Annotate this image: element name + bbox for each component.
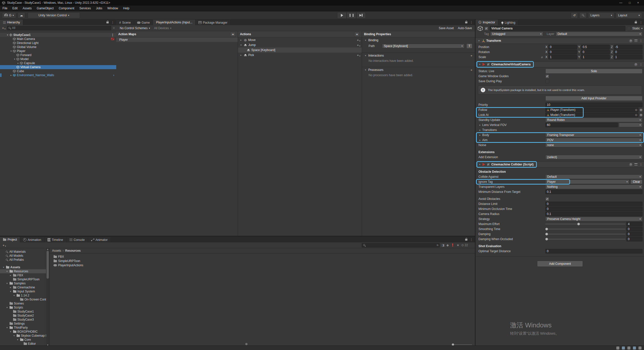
menu-assets[interactable]: Assets xyxy=(20,6,34,11)
favorites-star-icon[interactable]: ★ xyxy=(457,243,459,247)
account-button[interactable]: G ▾ xyxy=(2,12,16,18)
expand-arrow[interactable]: ▾ xyxy=(6,270,9,273)
kebab-menu-icon[interactable]: ⋮ xyxy=(111,33,116,37)
expand-arrow[interactable]: ▾ xyxy=(16,338,19,341)
aim-dropdown[interactable]: POV▾ xyxy=(545,138,642,142)
lock-icon[interactable] xyxy=(635,22,637,23)
action-pick[interactable]: ▸ Pick ＋▾ xyxy=(238,53,362,58)
tab-animation[interactable]: Animation xyxy=(20,237,44,242)
breadcrumb-resources[interactable]: Resources xyxy=(65,249,80,252)
object-picker-icon[interactable]: ⊙ xyxy=(635,113,637,117)
expand-arrow[interactable]: ▾ xyxy=(9,290,12,293)
gameobject-name-field[interactable]: Virtual Camera xyxy=(490,26,625,31)
tray-icon-4[interactable] xyxy=(633,346,636,349)
file-simpleurptoon[interactable]: SimpleURPToon xyxy=(50,259,475,263)
hierarchy-item-virtual-camera[interactable]: Virtual Camera xyxy=(0,65,116,69)
help-icon[interactable]: ? xyxy=(629,39,632,42)
breadcrumb-assets[interactable]: Assets xyxy=(52,249,61,252)
expand-arrow[interactable]: ▾ xyxy=(478,163,481,166)
min-distance-field[interactable]: 0.1 xyxy=(545,190,642,194)
search-button[interactable] xyxy=(579,12,587,18)
min-occlusion-field[interactable]: 0 xyxy=(545,207,642,211)
path-dropdown[interactable]: Space [Keyboard]▾ xyxy=(382,44,464,48)
transitions-row[interactable]: ▸Transitions xyxy=(475,128,644,132)
kebab-menu-icon[interactable]: ⋮ xyxy=(639,63,642,66)
tree-item-settings[interactable]: Settings xyxy=(0,322,49,326)
auto-save-toggle[interactable]: Auto-Save xyxy=(458,26,472,30)
tab-project[interactable]: Project xyxy=(0,237,20,242)
tree-item-samples[interactable]: ▾Samples xyxy=(0,281,49,285)
favorite-all-models[interactable]: All Models xyxy=(0,254,49,258)
ignore-tag-dropdown[interactable]: Player▾ xyxy=(545,180,629,184)
presets-icon[interactable] xyxy=(634,40,637,42)
help-icon[interactable]: ? xyxy=(634,63,637,66)
tab-animator[interactable]: Animator xyxy=(88,237,111,242)
gear-icon[interactable]: ⚙ xyxy=(639,108,642,112)
presets-icon[interactable] xyxy=(634,163,637,165)
tab-scene[interactable]: # Scene xyxy=(116,20,134,25)
rotation-z-field[interactable]: 0 xyxy=(614,50,642,54)
component-enabled-checkbox[interactable]: ✓ xyxy=(487,63,490,66)
position-x-field[interactable]: 0 xyxy=(548,45,577,49)
processors-section-header[interactable]: ▾ Processors ＋ xyxy=(362,67,475,73)
horizontal-scroll-knob[interactable] xyxy=(245,343,248,345)
search-by-label-icon[interactable]: ◆ xyxy=(447,243,449,247)
tree-item-fbx[interactable]: ▸FBX xyxy=(0,273,49,277)
create-button[interactable]: ＋▾ xyxy=(2,26,6,30)
minimize-button[interactable]: — xyxy=(619,1,622,5)
rotation-x-field[interactable]: 0 xyxy=(548,50,577,54)
tree-item-input-system[interactable]: ▾Input System xyxy=(0,289,49,293)
expand-arrow[interactable]: ▾ xyxy=(13,58,16,60)
tab-hierarchy[interactable]: Hierarchy xyxy=(0,20,23,25)
lock-icon[interactable] xyxy=(106,22,109,23)
hierarchy-item-directional-light[interactable]: Directional Light xyxy=(0,41,116,45)
add-binding-button[interactable]: ＋▾ xyxy=(356,38,360,42)
help-icon[interactable]: ? xyxy=(629,163,632,166)
tab-inspector[interactable]: ⓘ Inspector xyxy=(475,20,498,25)
add-interaction-button[interactable]: ＋ xyxy=(470,54,473,58)
lens-fov-field[interactable]: 60 xyxy=(545,123,618,127)
tray-icon-3[interactable] xyxy=(627,346,630,349)
tab-game[interactable]: Game xyxy=(134,20,153,25)
tree-scrollbar[interactable]: ▲▼ xyxy=(46,248,49,346)
tab-lighting[interactable]: Lighting xyxy=(498,20,518,25)
add-action-map-button[interactable]: ＋ xyxy=(230,32,236,37)
tray-icon-5[interactable] xyxy=(638,346,641,349)
position-z-field[interactable]: -5 xyxy=(614,45,642,49)
expand-arrow[interactable]: ▸ xyxy=(9,274,12,277)
tab-timeline[interactable]: Timeline xyxy=(45,237,66,242)
tree-item-on-screen-controls[interactable]: On-Screen Contro xyxy=(0,297,49,301)
hidden-count-toggle[interactable]: ⊙ 22 xyxy=(461,243,468,247)
menu-window[interactable]: Window xyxy=(105,6,121,11)
favorite-all-materials[interactable]: All Materials xyxy=(0,250,49,254)
lock-icon[interactable] xyxy=(465,22,467,23)
tree-item-studycase1[interactable]: StudyCase1 xyxy=(0,310,49,314)
cloud-button[interactable]: ☁ xyxy=(18,12,25,18)
kebab-menu-icon[interactable]: ⋮ xyxy=(639,39,642,42)
expand-arrow[interactable]: ▾ xyxy=(239,44,243,46)
play-button[interactable] xyxy=(337,12,347,19)
version-control-dropdown[interactable]: Unity Version Control ▾ xyxy=(28,12,80,18)
expand-arrow[interactable]: ▾ xyxy=(10,50,13,52)
asset-scale-slider[interactable] xyxy=(452,344,472,345)
follow-object-field[interactable]: Player (Transform) ⊙ xyxy=(545,108,638,112)
path-text-mode-button[interactable]: T xyxy=(466,43,472,49)
damping-field[interactable]: 0 xyxy=(626,232,642,236)
tree-item-simpleurptoon[interactable]: SimpleURPToon xyxy=(0,277,49,281)
expand-arrow[interactable]: ▾ xyxy=(6,34,9,36)
add-extension-dropdown[interactable]: (select)▾ xyxy=(545,155,642,159)
expand-arrow[interactable]: ▾ xyxy=(477,39,480,42)
layers-dropdown[interactable]: Layers▾ xyxy=(588,12,614,18)
tree-item-1-14-2[interactable]: ▾1.14.2 xyxy=(0,293,49,297)
file-playerinputactions[interactable]: PlayerInputActions xyxy=(50,263,475,267)
favorite-all-prefabs[interactable]: All Prefabs xyxy=(0,258,49,262)
noise-dropdown[interactable]: none▾ xyxy=(545,143,642,147)
menu-edit[interactable]: Edit xyxy=(10,6,20,11)
expand-arrow[interactable]: ▸ xyxy=(478,134,481,136)
add-action-button[interactable]: ＋ xyxy=(354,32,360,37)
lookat-object-field[interactable]: Model (Transform) ⊙ xyxy=(545,113,638,117)
tab-package-manager[interactable]: Package Manager xyxy=(195,20,230,25)
kebab-menu-icon[interactable]: ⋮ xyxy=(111,21,114,24)
scale-x-field[interactable]: 1 xyxy=(548,55,577,59)
hierarchy-item-cube[interactable]: Cube xyxy=(0,69,116,73)
